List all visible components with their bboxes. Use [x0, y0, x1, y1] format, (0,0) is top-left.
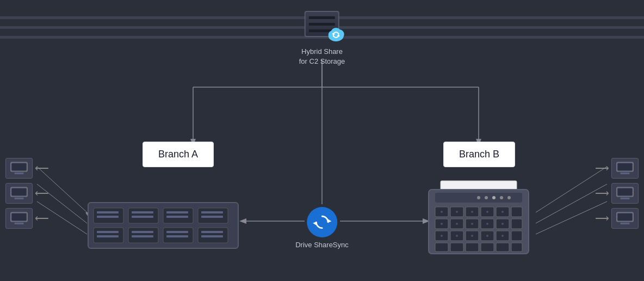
- svg-rect-39: [166, 216, 188, 218]
- branch-b-label: Branch B: [459, 149, 499, 160]
- arrow-left-1: ⟵: [35, 162, 49, 174]
- svg-point-96: [501, 235, 504, 237]
- nas-a-device: [87, 201, 239, 251]
- svg-rect-38: [166, 211, 188, 213]
- svg-point-86: [501, 211, 504, 213]
- client-row-right-2: ⟶: [595, 183, 639, 204]
- client-icon-right-2: [611, 183, 639, 204]
- svg-point-85: [486, 211, 488, 213]
- svg-rect-78: [466, 243, 479, 252]
- tower-server-svg: [424, 180, 533, 256]
- client-group-left: ⟵ ⟵ ⟵: [5, 158, 49, 229]
- svg-point-56: [500, 196, 503, 199]
- cloud-badge: [326, 24, 346, 44]
- arrow-right-2: ⟶: [595, 187, 609, 199]
- svg-rect-43: [97, 235, 119, 237]
- svg-point-93: [456, 235, 458, 237]
- svg-rect-40: [201, 211, 223, 213]
- svg-rect-113: [621, 198, 630, 199]
- svg-rect-45: [132, 235, 153, 237]
- svg-rect-80: [496, 243, 509, 252]
- hybrid-share-component: Hybrid Share for C2 Storage: [299, 11, 345, 66]
- svg-point-89: [471, 223, 473, 225]
- svg-rect-77: [450, 243, 463, 252]
- svg-point-54: [485, 196, 488, 199]
- client-group-right: ⟶ ⟶ ⟶: [595, 158, 639, 229]
- svg-rect-110: [621, 173, 630, 174]
- client-icon-right-1: [611, 158, 639, 179]
- diagram-container: Hybrid Share for C2 Storage Branch A Bra…: [0, 0, 644, 281]
- svg-point-90: [486, 223, 488, 225]
- svg-point-53: [477, 196, 480, 199]
- svg-rect-116: [621, 223, 630, 224]
- client-icon-left-2: [5, 183, 33, 204]
- sync-icon: [307, 207, 337, 237]
- svg-rect-104: [15, 198, 24, 199]
- client-row-1: ⟵: [5, 158, 49, 179]
- client-row-right-3: ⟶: [595, 208, 639, 229]
- client-row-2: ⟵: [5, 183, 49, 204]
- svg-point-94: [471, 235, 473, 237]
- svg-point-82: [441, 211, 443, 213]
- svg-rect-101: [15, 173, 24, 174]
- hybrid-share-label: Hybrid Share for C2 Storage: [299, 47, 345, 66]
- svg-rect-115: [617, 213, 632, 221]
- svg-rect-36: [132, 211, 153, 213]
- svg-rect-75: [511, 231, 522, 241]
- svg-point-91: [501, 223, 504, 225]
- client-icon-left-1: [5, 158, 33, 179]
- svg-point-55: [492, 196, 496, 199]
- client-icon-right-3: [611, 208, 639, 229]
- nas-b-device: [424, 180, 533, 256]
- branch-a-label: Branch A: [158, 149, 198, 160]
- svg-point-87: [441, 223, 443, 225]
- svg-rect-106: [11, 213, 26, 221]
- svg-point-83: [456, 211, 458, 213]
- svg-rect-49: [201, 235, 223, 237]
- client-row-right-1: ⟶: [595, 158, 639, 179]
- svg-rect-41: [201, 216, 223, 218]
- svg-marker-9: [239, 218, 246, 224]
- svg-rect-76: [435, 243, 448, 252]
- svg-rect-63: [511, 207, 522, 217]
- svg-point-92: [441, 235, 443, 237]
- svg-rect-81: [511, 243, 522, 252]
- svg-rect-48: [201, 231, 223, 233]
- branch-b-box: Branch B: [443, 142, 515, 167]
- svg-rect-100: [11, 163, 26, 171]
- arrow-right-1: ⟶: [595, 162, 609, 174]
- svg-point-88: [456, 223, 458, 225]
- svg-rect-35: [97, 216, 119, 218]
- svg-point-84: [471, 211, 473, 213]
- arrow-left-2: ⟵: [35, 187, 49, 199]
- svg-rect-47: [166, 235, 188, 237]
- drive-sharesync-label: Drive ShareSync: [295, 241, 349, 249]
- arrow-left-3: ⟵: [35, 212, 49, 224]
- svg-rect-44: [132, 231, 153, 233]
- branch-a-box: Branch A: [143, 142, 214, 167]
- svg-rect-109: [617, 163, 632, 171]
- svg-point-95: [486, 235, 488, 237]
- client-row-3: ⟵: [5, 208, 49, 229]
- svg-rect-34: [97, 211, 119, 213]
- svg-rect-37: [132, 216, 153, 218]
- server-strip-1: [309, 16, 335, 19]
- client-icon-left-3: [5, 208, 33, 229]
- arrow-right-3: ⟶: [595, 212, 609, 224]
- svg-rect-46: [166, 231, 188, 233]
- svg-rect-107: [15, 223, 24, 224]
- svg-rect-112: [617, 188, 632, 196]
- svg-rect-42: [97, 231, 119, 233]
- svg-rect-79: [481, 243, 494, 252]
- svg-rect-69: [511, 219, 522, 229]
- drive-sharesync-component: Drive ShareSync: [295, 207, 349, 249]
- svg-marker-97: [328, 219, 331, 223]
- svg-rect-103: [11, 188, 26, 196]
- svg-marker-98: [313, 222, 316, 225]
- rack-server-svg: [87, 201, 239, 249]
- svg-point-57: [507, 196, 511, 199]
- server-icon: [305, 11, 339, 37]
